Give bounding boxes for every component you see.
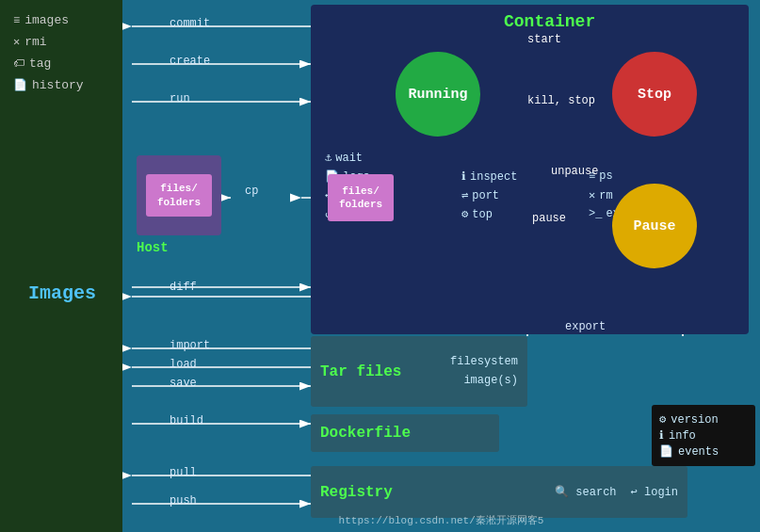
cmd-create: create <box>170 55 210 68</box>
port-icon: ⇌ <box>461 188 468 202</box>
container-section: Container ⚓ wait 📄 logs ↩ attach ↺ ^p, ^… <box>311 5 749 334</box>
cmd-cp: cp <box>245 185 258 198</box>
container-title: Container <box>504 12 595 31</box>
login-cmd: ↩ login <box>631 485 678 499</box>
terminal-icon: >_ <box>589 207 602 220</box>
state-running: Running <box>396 52 480 137</box>
watermark: https://blog.csdn.net/秦淞开源网客5 <box>339 513 544 527</box>
container-files-box: files/folders <box>328 174 394 221</box>
label-start: start <box>527 33 561 46</box>
sidebar-item-tag[interactable]: 🏷 tag <box>0 53 122 74</box>
x-icon: ✕ <box>13 35 20 49</box>
search-cmd: 🔍 search <box>555 485 616 499</box>
state-pause: Pause <box>612 184 697 268</box>
label-unpause: unpause <box>551 165 598 178</box>
doc-icon3: 📄 <box>659 444 673 459</box>
list-icon: ≡ <box>13 14 20 27</box>
cmd-rm: ✕ rm <box>589 188 613 202</box>
gear-icon2: ⚙ <box>659 412 666 427</box>
info-box: ⚙ version ℹ info 📄 events <box>652 405 755 466</box>
label-kill-stop: kill, stop <box>527 94 595 107</box>
anchor-icon: ⚓ <box>325 151 331 165</box>
main-content: Container ⚓ wait 📄 logs ↩ attach ↺ ^p, ^… <box>122 0 760 532</box>
gear-icon: ⚙ <box>461 207 468 221</box>
tar-title: Tar files <box>320 363 401 380</box>
cmd-load: load <box>170 358 197 371</box>
sidebar-item-history[interactable]: 📄 history <box>0 74 122 96</box>
tar-section: Tar files filesystem image(s) <box>311 336 527 407</box>
dockerfile-section: Dockerfile <box>311 414 499 452</box>
cmd-wait: ⚓ wait <box>325 151 363 165</box>
cmd-pull: pull <box>170 466 197 479</box>
state-stop: Stop <box>612 52 697 137</box>
dockerfile-title: Dockerfile <box>320 425 411 442</box>
host-box: files/folders <box>137 155 221 235</box>
cmd-top: ⚙ top <box>461 207 493 221</box>
cmd-build: build <box>170 414 203 427</box>
doc-icon: 📄 <box>13 78 27 92</box>
sidebar-item-rmi[interactable]: ✕ rmi <box>0 31 122 53</box>
cmd-run: run <box>170 92 190 105</box>
tag-icon: 🏷 <box>13 56 24 71</box>
info-icon: ℹ <box>461 169 466 184</box>
cmd-diff: diff <box>170 281 197 294</box>
info-version: ⚙ version <box>659 412 748 427</box>
cmd-import: import <box>170 339 210 352</box>
registry-section: Registry 🔍 search ↩ login <box>311 466 687 518</box>
host-label: Host <box>137 240 169 255</box>
cmd-export: export <box>565 320 606 333</box>
sidebar: ≡ images ✕ rmi 🏷 tag 📄 history Images <box>0 0 122 532</box>
x-icon2: ✕ <box>589 188 595 202</box>
host-files-box: files/folders <box>146 174 212 217</box>
cmd-save: save <box>170 377 197 390</box>
info-info: ℹ info <box>659 428 748 443</box>
registry-title: Registry <box>320 484 393 501</box>
cmd-push: push <box>170 494 197 508</box>
tar-sub: filesystem image(s) <box>450 353 518 389</box>
registry-commands: 🔍 search ↩ login <box>555 485 678 499</box>
cmd-port: ⇌ port <box>461 188 499 202</box>
label-pause: pause <box>532 212 566 225</box>
info-icon2: ℹ <box>659 428 664 443</box>
sidebar-item-images[interactable]: ≡ images <box>0 9 122 31</box>
cmd-inspect: ℹ inspect <box>461 169 517 184</box>
cmd-commit: commit <box>170 17 210 30</box>
info-events: 📄 events <box>659 444 748 459</box>
images-label: Images <box>28 282 96 304</box>
